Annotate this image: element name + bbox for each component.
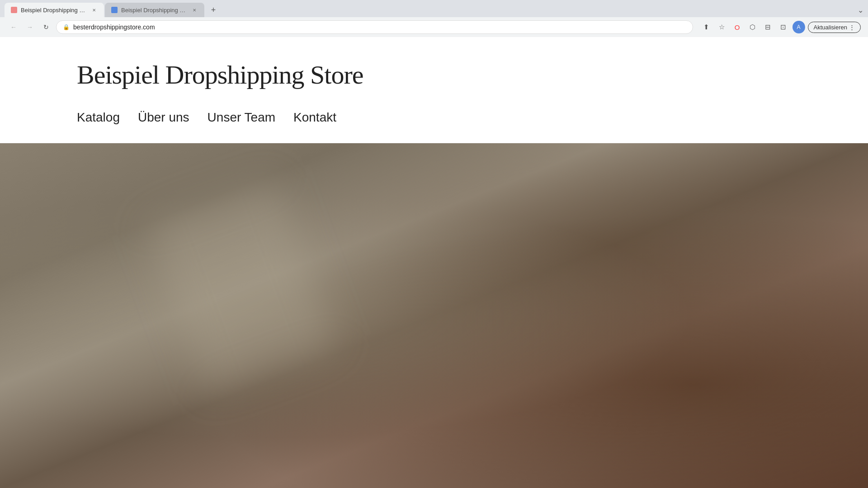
nav-katalog[interactable]: Katalog bbox=[77, 110, 120, 125]
tab-favicon-1 bbox=[11, 7, 17, 13]
opera-icon[interactable]: O bbox=[731, 21, 744, 33]
tab-favicon-2 bbox=[111, 7, 118, 13]
tab-dropdown-button[interactable]: ⌄ bbox=[858, 6, 863, 14]
toolbar-icons: ⬆ ☆ O ⬡ ⊟ ⊡ A Aktualisieren ⋮ bbox=[700, 21, 861, 33]
url-text: besterdropshippingstore.com bbox=[73, 23, 155, 31]
nav-unser-team[interactable]: Unser Team bbox=[208, 110, 275, 125]
tab-title-1: Beispiel Dropshipping Store · bbox=[21, 7, 87, 14]
browser-chrome: Beispiel Dropshipping Store · ✕ Beispiel… bbox=[0, 0, 868, 37]
bookmark-icon[interactable]: ☆ bbox=[716, 21, 728, 33]
share-icon[interactable]: ⬆ bbox=[700, 21, 713, 33]
address-bar: ← → ↻ 🔒 besterdropshippingstore.com ⬆ ☆ … bbox=[0, 17, 868, 37]
tab-bar: Beispiel Dropshipping Store · ✕ Beispiel… bbox=[0, 0, 868, 17]
site-title: Beispiel Dropshipping Store bbox=[77, 60, 791, 90]
extensions-icon[interactable]: ⬡ bbox=[746, 21, 759, 33]
tab-close-1[interactable]: ✕ bbox=[90, 6, 98, 14]
tab-close-2[interactable]: ✕ bbox=[191, 6, 198, 14]
nav-ueber-uns[interactable]: Über uns bbox=[138, 110, 189, 125]
page-content: Beispiel Dropshipping Store Katalog Über… bbox=[0, 37, 868, 488]
nav-kontakt[interactable]: Kontakt bbox=[293, 110, 336, 125]
update-button[interactable]: Aktualisieren ⋮ bbox=[808, 22, 861, 33]
profile-icon[interactable]: A bbox=[793, 21, 805, 33]
tab-title-2: Beispiel Dropshipping Store bbox=[121, 7, 187, 14]
new-tab-button[interactable]: + bbox=[207, 4, 220, 16]
lock-icon: 🔒 bbox=[63, 24, 70, 30]
reload-button[interactable]: ↻ bbox=[40, 21, 52, 33]
forward-button[interactable]: → bbox=[24, 21, 36, 33]
hero-image bbox=[0, 143, 868, 488]
url-bar[interactable]: 🔒 besterdropshippingstore.com bbox=[56, 20, 693, 34]
site-header: Beispiel Dropshipping Store Katalog Über… bbox=[0, 37, 868, 143]
main-navigation: Katalog Über uns Unser Team Kontakt bbox=[77, 110, 791, 125]
tab-inactive[interactable]: Beispiel Dropshipping Store ✕ bbox=[105, 3, 204, 17]
back-button[interactable]: ← bbox=[7, 21, 20, 33]
split-icon[interactable]: ⊡ bbox=[777, 21, 790, 33]
sidebar-icon[interactable]: ⊟ bbox=[762, 21, 774, 33]
tab-active[interactable]: Beispiel Dropshipping Store · ✕ bbox=[5, 3, 104, 17]
